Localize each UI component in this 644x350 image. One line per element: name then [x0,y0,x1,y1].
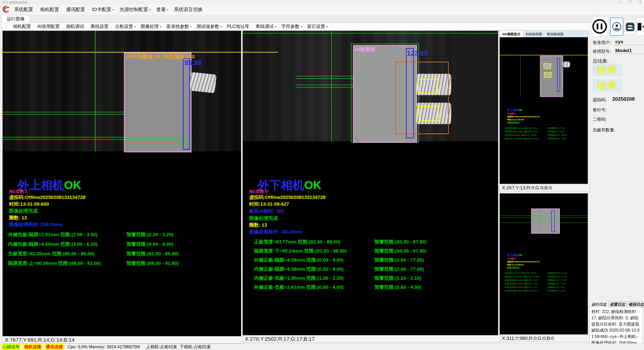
measurement-row: 内侧正极-隔膜=4.38mm 范围:(0.00 - 9.00)预警范围:(2.0… [254,266,491,272]
measurement-row: 内侧负极-隔膜=4.60mm 范围:(3.00 - 6.00)预警范围:(0.0… [8,241,235,248]
model-value[interactable]: Model1 [615,48,632,53]
login-user-value[interactable]: cys [615,39,623,45]
run-log-text[interactable]: 耗时: 222, 缺陷检测耗时: 17, 缺陷分类耗时: 0, 缺陷提取分区耗时… [590,307,642,349]
chevron-down-icon: ▾ [149,8,151,11]
loop-count-line: 圈数: 13 [9,215,27,221]
tool-camera-debug[interactable]: 相机调试 [66,23,85,29]
ai-frame-label: AI检测框 [355,46,375,53]
users-icon [626,23,634,31]
measurement-row: 外侧负极-隔膜=2.91mm 范围:(2.00 - 3.50)预警范围:(2.2… [8,231,235,238]
tool-offline-settings[interactable]: 离线设置 [90,23,110,29]
close-button[interactable]: ✕ [639,0,641,4]
tab-metal-part [189,72,216,93]
users-button[interactable] [625,20,635,34]
menu-system-config[interactable]: 系统配置 [14,6,35,13]
preview-tab-strip: NG截图显示 料线曲线图 数据曲线图 [500,31,588,37]
preview-thumbnail [531,208,560,234]
titlebar: CYS-视觉检测系统 — ❐ ✕ [0,0,644,5]
measure-value-label: 85.88 [184,59,202,67]
tool-char-params[interactable]: 字符参数▾ [281,23,302,29]
comm-link-badge: 通讯连接 [45,344,64,350]
chevron-down-icon: ▾ [301,25,302,28]
tool-camera-config[interactable]: 相机配置 [13,23,32,29]
virtual-code-line: 虚拟码:Offline20250208133134728 [249,194,326,201]
tool-plc-address-lib[interactable]: PLC地址库 [227,23,250,29]
roll-needle-label: 卷针号: [593,107,607,113]
tab-data-curve[interactable]: 数据曲线图 [545,31,566,38]
measurement-row: 正极宽度=83.77mm 范围:(82.00 - 88.00)预警范围:(83.… [254,239,491,245]
preview2-pixel-status: X:311;Y:980;R:0;G:0;B:0 [500,335,590,342]
tool-spot-check-settings[interactable]: 点检设置▾ [115,23,136,29]
detect-zone-rect [395,62,449,134]
tab-ng-screenshot[interactable]: NG截图显示 [500,31,523,38]
ai-cost-line: 极耳AI耗时: 165 [249,208,284,215]
ng-preview-panel: NG截图显示 料线曲线图 数据曲线图 外上相机OK NG次数:1 虚拟码:Off… [500,31,588,343]
config-toolbar: 相机配置 AI使用配置 相机调试 离线设置 点检设置▾ 图像处理▾ 基准线参数▾… [2,23,642,30]
ng-count-label: NG次数:1 [9,189,28,194]
menu-language-switch[interactable]: 系统语言切换 [174,6,204,13]
menu-camera-config[interactable]: 相机配置 [40,6,60,13]
user-icon [612,22,622,32]
green-reference-vline [95,31,95,151]
cpu-memory-status: Cpu: 0.0% Memory: 3424.41796875M [68,344,140,349]
result-box-upper: 结果 [593,63,622,76]
measurement-row: 隔膜宽度-下=95.24mm 范围:(93.00 - 98.00)预警范围:(9… [254,248,491,254]
virtual-code-line: 虚拟码:Offline20250208133134728 [9,194,85,201]
preview1-pixel-status: X:267;Y:13;R:0;G:0;B:0 [500,184,590,191]
measurement-row: 外侧正极-负极=2.61mm 范围:(0.60 - 4.00)预警范围:(0.6… [254,284,491,291]
user-button[interactable] [610,18,623,36]
chevron-down-icon: ▾ [167,8,168,11]
chevron-down-icon: ▾ [220,25,222,28]
virtual-code-label: 虚拟码: [593,97,607,103]
model-label: 使用型号: [593,49,611,54]
preview-thumbnail [540,56,563,97]
window-title: CYS-视觉检测系统 [2,1,27,5]
exit-button[interactable] [637,18,644,36]
chevron-down-icon: ▾ [160,25,161,28]
lower-camera-preview[interactable]: 外下相机OK NG次数:0 虚拟码:Offline202502081331347… [500,193,588,334]
measure-rect [183,58,190,150]
upper-camera-image: AI平均阈值:93, 动态阈值:100 85.88 [3,31,241,151]
upper-camera-check-status: 上相机:点检结束 [146,344,177,350]
measurement-row: 隔膜宽度-上=90.56mm 范围:(88.00 - 92.00)预警范围:(8… [8,260,235,267]
time-line: 时间:13-31-59-627 [249,201,289,207]
tab-run-image[interactable]: 运行图像 [2,15,30,22]
tool-ai-use-config[interactable]: AI使用配置 [37,23,61,29]
login-user-label: 登录用户: [593,40,611,46]
tool-offline-debug[interactable]: 离线调试▾ [255,23,276,29]
measure-rect [406,48,414,138]
chevron-down-icon: ▾ [113,8,114,11]
tab-run-log[interactable]: 运行日志 [590,301,608,308]
tab-material-curve[interactable]: 料线曲线图 [523,31,545,38]
tool-baseline-params[interactable]: 基准线参数▾ [166,23,191,29]
tab-settings-log[interactable]: 设置日志 [608,301,627,308]
menu-io-card-config[interactable]: IO卡配置▾ [92,6,114,13]
measurement-row: 内侧正极-负极=1.90mm 范围:(1.00 - 2.20)预警范围:(1.1… [254,275,491,282]
maximize-button[interactable]: ❐ [629,0,631,4]
app-window: CYS-视觉检测系统 — ❐ ✕ 系统配置 相机配置 通讯配置 IO卡配置▾ 光… [0,0,644,350]
minimize-button[interactable]: — [618,0,621,4]
tab-detect-box [418,79,438,93]
process-cost-line: 图像处理耗时: 183.00ms [249,229,302,235]
upper-camera-preview[interactable]: 外上相机OK NG次数:1 虚拟码:Offline202502081331347… [500,37,588,184]
chevron-down-icon: ▾ [190,25,191,28]
ai-detect-region [124,53,191,152]
tool-image-processing[interactable]: 图像处理▾ [141,23,161,29]
lower-camera-check-status: 下相机:点检结束 [180,344,211,350]
toolbar-grip[interactable] [6,24,7,29]
pause-button[interactable] [591,16,608,37]
log-tab-strip: 运行日志 设置日志 错误日志 [590,301,644,308]
yellow-reference-line [3,52,241,53]
lower-camera-viewport[interactable]: AI检测框 123.80 外下相机OK NG次数:0 虚拟码:Offline20… [243,31,498,335]
tool-other-settings[interactable]: 其它设置▾ [307,23,328,29]
loop-count-line: 圈数: 13 [249,222,267,228]
menu-comm-config[interactable]: 通讯配置 [66,6,86,13]
menu-view[interactable]: 查看▾ [156,6,168,13]
heartbeat-signal-badge: 心跳信号 [2,344,21,350]
menu-light-control-config[interactable]: 光源控制配置▾ [119,6,151,13]
process-done-line: 图像处理完成 [249,215,278,222]
upper-camera-viewport[interactable]: AI平均阈值:93, 动态阈值:100 85.88 外上相机OK NG次数:1 … [3,31,241,336]
tab-error-log[interactable]: 错误日志 [627,301,644,308]
tool-test-item-params[interactable]: 测试项参数▾ [197,23,222,29]
measurement-row: 负极宽度=83.05mm 范围:(80.00 - 86.00)预警范围:(81.… [8,251,235,257]
